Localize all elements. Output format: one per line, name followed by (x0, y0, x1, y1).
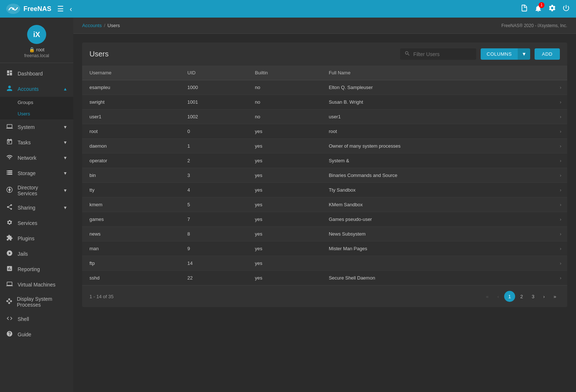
row-expand-icon: › (553, 80, 567, 95)
search-input[interactable] (413, 51, 472, 57)
add-button[interactable]: ADD (535, 48, 560, 60)
cell-uid: 14 (180, 256, 247, 271)
table-row[interactable]: operator 2 yes System & › (82, 154, 567, 168)
cell-uid: 3 (180, 168, 247, 183)
cell-fullname: System & (322, 154, 553, 168)
sidebar-item-virtual-machines[interactable]: Virtual Machines (0, 277, 73, 292)
last-page-button[interactable]: » (550, 292, 560, 302)
cell-username: kmem (82, 197, 180, 212)
sidebar-item-directory-services[interactable]: Directory Services ▼ (0, 181, 73, 200)
col-username: Username (82, 66, 180, 80)
sharing-icon (6, 204, 13, 212)
sidebar-item-label: Network (18, 155, 36, 161)
cell-uid: 1000 (180, 80, 247, 95)
sidebar-item-guide[interactable]: Guide (0, 327, 73, 342)
cell-username: operator (82, 154, 180, 168)
table-row[interactable]: ftp 14 yes › (82, 256, 567, 271)
cell-username: bin (82, 168, 180, 183)
table-row[interactable]: esampleu 1000 no Elton Q. Sampleuser › (82, 80, 567, 95)
table-row[interactable]: sshd 22 yes Secure Shell Daemon › (82, 271, 567, 285)
col-uid: UID (180, 66, 247, 80)
sidebar-item-services[interactable]: Services (0, 215, 73, 231)
cell-fullname: root (322, 124, 553, 139)
cell-fullname: Mister Man Pages (322, 241, 553, 256)
page-1-button[interactable]: 1 (504, 291, 515, 302)
sidebar-item-users[interactable]: Users (0, 108, 73, 119)
back-icon[interactable]: ‹ (70, 5, 72, 13)
breadcrumb-parent[interactable]: Accounts (82, 23, 102, 28)
sidebar-item-display-system[interactable]: Display System Processes (0, 292, 73, 311)
app-name: FreeNAS (23, 5, 51, 13)
users-table-wrap: Username UID Builtin Full Name esampleu … (82, 66, 567, 285)
columns-button[interactable]: COLUMNS (481, 48, 518, 60)
cell-uid: 1001 (180, 95, 247, 110)
sidebar-item-accounts[interactable]: Accounts ▲ (0, 81, 73, 97)
sidebar-item-plugins[interactable]: Plugins (0, 231, 73, 246)
sidebar-item-sharing[interactable]: Sharing ▼ (0, 200, 73, 215)
cell-builtin: yes (247, 227, 321, 241)
chevron-down-icon: ▼ (63, 171, 67, 176)
sidebar-item-groups[interactable]: Groups (0, 97, 73, 108)
cell-username: ftp (82, 256, 180, 271)
columns-button-group: COLUMNS ▼ (481, 48, 530, 60)
display-system-icon (6, 298, 12, 306)
notes-icon[interactable] (520, 4, 528, 14)
row-expand-icon: › (553, 197, 567, 212)
table-row[interactable]: swright 1001 no Susan B. Wright › (82, 95, 567, 110)
columns-dropdown-arrow[interactable]: ▼ (518, 48, 530, 60)
chevron-up-icon: ▲ (63, 86, 67, 92)
cell-uid: 9 (180, 241, 247, 256)
next-page-button[interactable]: › (539, 292, 548, 302)
sidebar-item-shell[interactable]: Shell (0, 311, 73, 327)
search-icon (404, 51, 410, 58)
table-row[interactable]: tty 4 yes Tty Sandbox › (82, 183, 567, 197)
prev-page-button[interactable]: ‹ (494, 292, 503, 302)
table-row[interactable]: bin 3 yes Binaries Commands and Source › (82, 168, 567, 183)
chevron-down-icon: ▼ (63, 205, 67, 210)
guide-icon (6, 330, 13, 339)
sidebar-item-reporting[interactable]: Reporting (0, 262, 73, 277)
storage-icon (6, 169, 13, 177)
breadcrumb-left: Accounts / Users (82, 23, 120, 28)
cell-builtin: yes (247, 197, 321, 212)
breadcrumb: Accounts / Users FreeNAS® 2020 - iXsyste… (73, 18, 576, 34)
table-row[interactable]: user1 1002 no user1 › (82, 110, 567, 124)
notification-badge[interactable]: 1 (534, 4, 542, 14)
table-row[interactable]: man 9 yes Mister Man Pages › (82, 241, 567, 256)
notification-count: 1 (539, 2, 544, 8)
sidebar-item-jails[interactable]: Jails (0, 246, 73, 262)
row-expand-icon: › (553, 124, 567, 139)
pagination-controls: « ‹ 1 2 3 › » (482, 291, 560, 302)
cell-builtin: no (247, 110, 321, 124)
sidebar-item-storage[interactable]: Storage ▼ (0, 166, 73, 181)
col-expand (553, 66, 567, 80)
sidebar-item-label: Storage (18, 170, 36, 176)
sidebar-item-tasks[interactable]: Tasks ▼ (0, 135, 73, 150)
panel-header: Users COLUMNS ▼ ADD (82, 42, 567, 66)
cell-fullname: user1 (322, 110, 553, 124)
dashboard-icon (6, 70, 13, 78)
sidebar-item-system[interactable]: System ▼ (0, 119, 73, 135)
menu-icon[interactable]: ☰ (57, 4, 64, 13)
cell-uid: 0 (180, 124, 247, 139)
sidebar-item-dashboard[interactable]: Dashboard (0, 66, 73, 81)
sidebar-item-label: Display System Processes (17, 296, 67, 308)
table-row[interactable]: kmem 5 yes KMem Sandbox › (82, 197, 567, 212)
row-expand-icon: › (553, 212, 567, 227)
table-row[interactable]: daemon 1 yes Owner of many system proces… (82, 139, 567, 154)
settings-icon[interactable] (548, 4, 556, 14)
svg-point-3 (8, 189, 11, 191)
power-icon[interactable] (562, 4, 570, 14)
page-3-button[interactable]: 3 (528, 292, 538, 302)
sidebar-item-network[interactable]: Network ▼ (0, 150, 73, 166)
cell-fullname: Owner of many system processes (322, 139, 553, 154)
page-2-button[interactable]: 2 (517, 292, 527, 302)
table-row[interactable]: news 8 yes News Subsystem › (82, 227, 567, 241)
table-row[interactable]: root 0 yes root › (82, 124, 567, 139)
pagination-info: 1 - 14 of 35 (89, 294, 114, 299)
hostname-label: freenas.local (24, 53, 49, 58)
table-row[interactable]: games 7 yes Games pseudo-user › (82, 212, 567, 227)
first-page-button[interactable]: « (482, 292, 492, 302)
cell-builtin: no (247, 80, 321, 95)
plugins-icon (6, 234, 13, 243)
